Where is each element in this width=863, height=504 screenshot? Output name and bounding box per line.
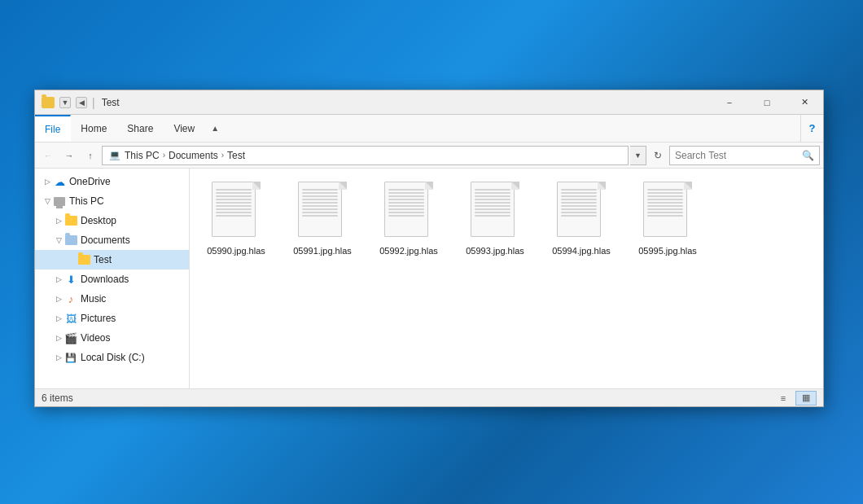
thispc-label: This PC: [69, 195, 104, 207]
localdisk-icon: 💾: [64, 351, 77, 364]
sidebar-item-music[interactable]: ▷ ♪ Music: [35, 289, 189, 309]
expand-arrow-desktop[interactable]: ▷: [53, 215, 64, 226]
sidebar-item-test[interactable]: Test: [35, 250, 189, 270]
file-item[interactable]: 05993.jpg.hlas: [458, 178, 532, 260]
file-item[interactable]: 05990.jpg.hlas: [199, 178, 273, 260]
expand-arrow-documents[interactable]: ▽: [53, 234, 64, 246]
file-icon: [557, 182, 606, 242]
file-item[interactable]: 05995.jpg.hlas: [631, 178, 704, 260]
videos-icon: 🎬: [64, 331, 77, 344]
files-grid: 05990.jpg.hlas 05991.jpg.hlas 05992.jpg.…: [199, 178, 813, 260]
title-bar: ▼ ◀ | Test − □ ✕: [35, 90, 823, 115]
address-dropdown-button[interactable]: ▼: [630, 146, 646, 165]
thispc-icon: [53, 195, 66, 208]
file-item[interactable]: 05992.jpg.hlas: [372, 178, 445, 260]
forward-button[interactable]: →: [59, 146, 79, 165]
path-arrow-2: ›: [221, 151, 224, 160]
downloads-label: Downloads: [81, 274, 129, 285]
path-segment-documents[interactable]: Documents: [167, 150, 220, 161]
sidebar-item-documents[interactable]: ▽ Documents: [35, 230, 189, 250]
path-segment-thispc[interactable]: 💻 This PC: [107, 150, 161, 161]
music-icon: ♪: [64, 292, 77, 305]
tab-view[interactable]: View: [164, 115, 205, 142]
view-buttons: ≡ ▦: [773, 391, 817, 405]
file-icon-fold: [339, 182, 347, 190]
details-view-icon: ≡: [781, 393, 786, 403]
computer-small-icon: 💻: [109, 150, 120, 160]
maximize-button[interactable]: □: [748, 90, 786, 114]
title-back-button[interactable]: ◀: [76, 97, 87, 108]
refresh-button[interactable]: ↻: [648, 146, 668, 165]
sidebar-item-thispc[interactable]: ▽ This PC: [35, 191, 189, 211]
file-item[interactable]: 05991.jpg.hlas: [286, 178, 359, 260]
sidebar-item-videos[interactable]: ▷ 🎬 Videos: [35, 328, 189, 348]
expand-arrow-thispc[interactable]: ▽: [42, 195, 53, 207]
search-icon[interactable]: 🔍: [802, 150, 814, 161]
status-text: 6 items: [42, 392, 773, 404]
localdisk-label: Local Disk (C:): [81, 352, 145, 363]
test-folder-icon: [77, 253, 90, 266]
file-area: 05990.jpg.hlas 05991.jpg.hlas 05992.jpg.…: [190, 169, 823, 388]
tab-share[interactable]: Share: [117, 115, 164, 142]
sidebar-item-pictures[interactable]: ▷ 🖼 Pictures: [35, 309, 189, 328]
sidebar-item-desktop[interactable]: ▷ Desktop: [35, 211, 189, 230]
expand-arrow-pictures[interactable]: ▷: [53, 313, 64, 324]
pictures-label: Pictures: [81, 313, 116, 324]
expand-arrow-localdisk[interactable]: ▷: [53, 352, 64, 363]
file-icon-body: [643, 182, 687, 237]
main-area: ▷ ☁ OneDrive ▽ This PC ▷ Deskt: [35, 169, 823, 388]
file-name: 05995.jpg.hlas: [638, 245, 697, 256]
tab-home[interactable]: Home: [71, 115, 117, 142]
music-label: Music: [81, 293, 106, 305]
file-icon: [471, 182, 519, 242]
pictures-icon: 🖼: [64, 312, 77, 325]
ribbon: File Home Share View ▲ ?: [35, 115, 823, 142]
title-pin-button[interactable]: ▼: [59, 97, 71, 108]
search-input[interactable]: [675, 150, 802, 161]
tiles-view-icon: ▦: [802, 392, 810, 403]
file-icon: [643, 182, 692, 242]
path-arrow-1: ›: [163, 151, 165, 160]
test-label: Test: [94, 254, 112, 265]
downloads-icon: ⬇: [64, 273, 77, 286]
sidebar-item-downloads[interactable]: ▷ ⬇ Downloads: [35, 270, 189, 289]
title-folder-icon: [42, 97, 55, 108]
desktop-icon: [64, 214, 77, 227]
title-divider: |: [92, 96, 95, 109]
file-name: 05994.jpg.hlas: [552, 245, 611, 256]
file-icon-body: [471, 182, 515, 237]
expand-arrow-onedrive[interactable]: ▷: [42, 176, 53, 187]
expand-arrow-music[interactable]: ▷: [53, 293, 64, 305]
onedrive-icon: ☁: [53, 175, 66, 188]
expand-arrow-videos[interactable]: ▷: [53, 332, 64, 344]
sidebar: ▷ ☁ OneDrive ▽ This PC ▷ Deskt: [35, 169, 190, 388]
file-icon-fold: [252, 182, 261, 190]
file-item[interactable]: 05994.jpg.hlas: [545, 178, 618, 260]
minimize-button[interactable]: −: [711, 90, 748, 114]
help-button[interactable]: ?: [800, 115, 823, 142]
videos-label: Videos: [81, 332, 110, 344]
back-button[interactable]: ←: [38, 146, 58, 165]
status-bar: 6 items ≡ ▦: [35, 388, 823, 406]
sidebar-item-onedrive[interactable]: ▷ ☁ OneDrive: [35, 172, 189, 191]
file-name: 05990.jpg.hlas: [207, 245, 265, 256]
sidebar-item-localdisk[interactable]: ▷ 💾 Local Disk (C:): [35, 348, 189, 367]
file-icon-body: [298, 182, 342, 237]
tab-file[interactable]: File: [35, 115, 71, 142]
desktop-label: Desktop: [81, 215, 116, 226]
file-icon-fold: [425, 182, 433, 190]
window-controls: − □ ✕: [711, 90, 823, 114]
file-icon-body: [557, 182, 601, 237]
tiles-view-button[interactable]: ▦: [795, 391, 817, 405]
up-button[interactable]: ↑: [81, 146, 100, 165]
path-segment-test[interactable]: Test: [226, 150, 247, 161]
expand-arrow-downloads[interactable]: ▷: [53, 274, 64, 285]
details-view-button[interactable]: ≡: [773, 391, 794, 405]
file-icon: [298, 182, 347, 242]
file-name: 05992.jpg.hlas: [379, 245, 438, 256]
ribbon-collapse-button[interactable]: ▲: [205, 115, 225, 142]
address-path[interactable]: 💻 This PC › Documents › Test: [102, 146, 629, 165]
file-icon: [384, 182, 433, 242]
close-button[interactable]: ✕: [786, 90, 823, 114]
address-bar: ← → ↑ 💻 This PC › Documents › Test ▼ ↻ 🔍: [35, 142, 823, 169]
